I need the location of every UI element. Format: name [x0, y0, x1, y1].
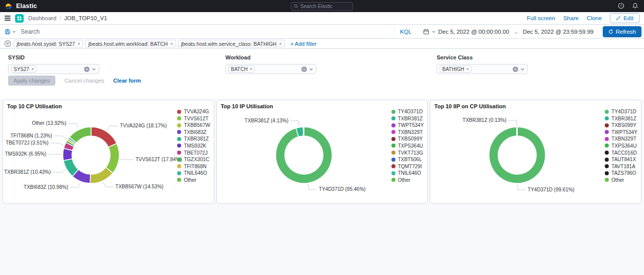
share-button[interactable]: Share — [563, 15, 579, 21]
filter-pill[interactable]: jbeats.host.wlm.service_class: BATHIGH× — [178, 40, 285, 47]
apply-changes-button[interactable]: Apply changes — [8, 76, 55, 86]
elastic-logo[interactable] — [5, 3, 12, 10]
query-placeholder: Search — [21, 28, 40, 35]
slice-label: TVVS612T (17.84%) — [135, 157, 182, 162]
legend-item[interactable]: TQMT729I — [391, 164, 424, 169]
remove-selection-icon[interactable]: × — [31, 66, 34, 72]
dashboard-app-icon[interactable] — [15, 14, 24, 23]
filter-pill[interactable]: jbeats.host.sysid: SYS27× — [14, 40, 83, 47]
workload-combobox[interactable]: BATCH × × — [225, 64, 316, 74]
chevron-down-icon[interactable] — [92, 67, 96, 72]
input-controls-panel: SYSID SYS27 × × Workload BATCH × × — [0, 49, 644, 99]
date-picker[interactable]: Dec 5, 2022 @ 00:00:00.00 → Dec 5, 2022 … — [418, 25, 599, 38]
global-search-input[interactable]: Search Elastic — [291, 2, 353, 11]
donut-slice-TVVA324G[interactable] — [91, 127, 117, 147]
service-class-selected-pill[interactable]: BATHIGH × — [440, 65, 471, 73]
legend-label: Other — [398, 177, 411, 183]
legend-item[interactable]: TNIL646O — [177, 170, 210, 176]
add-filter-button[interactable]: + Add filter — [290, 41, 316, 47]
remove-filter-icon[interactable]: × — [279, 41, 282, 46]
clone-button[interactable]: Clone — [587, 15, 602, 21]
cancel-changes-button[interactable]: Cancel changes — [64, 78, 104, 84]
legend-label: TY4D371D — [611, 109, 636, 114]
legend-dot — [605, 164, 609, 168]
chart-title: Top 10 IIP on CP Utilisation — [434, 103, 506, 109]
chart-title: Top 10 CP Utilisation — [7, 103, 62, 109]
date-range-end[interactable]: Dec 5, 2022 @ 23:59:59.99 — [523, 29, 594, 35]
legend-item[interactable]: TMS932K — [177, 143, 210, 149]
clear-selection-icon[interactable]: × — [84, 66, 90, 72]
legend-item[interactable]: TXBI683Z — [177, 129, 210, 135]
kql-button[interactable]: KQL — [393, 25, 418, 38]
filter-options-icon[interactable] — [4, 40, 12, 47]
date-range-start[interactable]: Dec 5, 2022 @ 00:00:00.00 — [438, 29, 509, 35]
legend-item[interactable]: TFIT868N — [177, 164, 210, 169]
chart-title: Top 10 IP Utilisation — [221, 103, 273, 109]
remove-selection-icon[interactable]: × — [250, 66, 252, 72]
legend-item[interactable]: TY4D371D — [605, 109, 637, 114]
legend-item[interactable]: Other — [177, 177, 210, 183]
legend-item[interactable]: TXBT506L — [391, 157, 424, 162]
menu-icon[interactable] — [5, 16, 11, 21]
legend-item[interactable]: TAVT181A — [605, 164, 637, 169]
legend-item[interactable]: TBET072J — [177, 150, 210, 156]
workload-selected-pill[interactable]: BATCH × — [228, 65, 255, 73]
legend-label: TXBR381Z — [184, 136, 208, 142]
filter-pill-label: jbeats.host.sysid: SYS27 — [17, 41, 75, 47]
breadcrumb-current: JOB_TOP10_V1 — [64, 15, 107, 21]
legend-item[interactable]: Other — [605, 177, 637, 183]
legend-dot — [391, 110, 395, 114]
legend-item[interactable]: TXBN329T — [391, 129, 424, 135]
help-icon[interactable]: ? — [618, 3, 625, 10]
legend-item[interactable]: TXBB567W — [177, 122, 210, 128]
clear-form-button[interactable]: Clear form — [113, 78, 141, 84]
clear-selection-icon[interactable]: × — [513, 66, 518, 72]
sysid-combobox[interactable]: SYS27 × × — [8, 64, 99, 74]
clear-selection-icon[interactable]: × — [301, 66, 307, 72]
remove-filter-icon[interactable]: × — [77, 41, 80, 46]
sysid-selected-pill[interactable]: SYS27 × — [11, 65, 36, 73]
legend-item[interactable]: TXBR381Z — [605, 116, 637, 121]
slice-label: TMS932K (6.95%) — [5, 151, 46, 157]
chevron-down-icon[interactable] — [309, 67, 313, 72]
legend-item[interactable]: TXPS364U — [391, 143, 424, 149]
legend-item[interactable]: TXBR381Z — [177, 136, 210, 142]
breadcrumb-separator: / — [59, 15, 61, 21]
legend-item[interactable]: TWPT534Y — [605, 129, 637, 135]
legend-item[interactable]: TNIL646O — [391, 170, 424, 176]
slice-label: TXBB567W (14.53%) — [115, 184, 164, 189]
legend-dot — [605, 116, 609, 120]
legend-item[interactable]: TVVA324G — [177, 109, 210, 114]
legend-item[interactable]: TACC016D — [605, 150, 637, 156]
legend-item[interactable]: TVKT713G — [391, 150, 424, 156]
filter-pill[interactable]: jbeats.host.wlm.workload: BATCH× — [85, 40, 176, 47]
saved-query-button[interactable] — [0, 29, 21, 35]
workload-field: Workload BATCH × × — [225, 54, 316, 74]
legend-item[interactable]: TXBS099Y — [605, 122, 637, 128]
callout-line — [70, 182, 80, 187]
save-query-icon — [5, 29, 11, 35]
legend-item[interactable]: TXBN329T — [605, 136, 637, 142]
legend-item[interactable]: TAZS796O — [605, 170, 637, 176]
legend-item[interactable]: TVVS612T — [177, 116, 210, 121]
chevron-down-icon[interactable] — [520, 67, 525, 72]
breadcrumb-dashboard[interactable]: Dashboard — [28, 15, 56, 21]
remove-selection-icon[interactable]: × — [466, 66, 469, 72]
remove-filter-icon[interactable]: × — [170, 41, 173, 46]
legend-item[interactable]: TGZX301C — [177, 157, 210, 162]
legend-item[interactable]: TWPT534Y — [391, 122, 424, 128]
legend-item[interactable]: Other — [391, 177, 424, 183]
full-screen-button[interactable]: Full screen — [527, 15, 555, 21]
legend-item[interactable]: TXBS099Y — [391, 136, 424, 142]
legend-item[interactable]: TAUT841X — [605, 157, 637, 162]
slice-label: TXBI683Z (10.98%) — [24, 184, 68, 190]
legend-item[interactable]: TXBR381Z — [391, 116, 424, 121]
legend-item[interactable]: TY4D371D — [391, 109, 424, 114]
edit-button[interactable]: Edit — [610, 13, 639, 23]
alerts-icon[interactable] — [632, 3, 639, 10]
service-class-combobox[interactable]: BATHIGH × × — [437, 64, 528, 74]
legend-item[interactable]: TXPS364U — [605, 143, 637, 149]
refresh-button[interactable]: Refresh — [603, 26, 641, 37]
global-header: Elastic Search Elastic ? — [0, 0, 644, 12]
query-input[interactable]: Search — [21, 25, 393, 38]
